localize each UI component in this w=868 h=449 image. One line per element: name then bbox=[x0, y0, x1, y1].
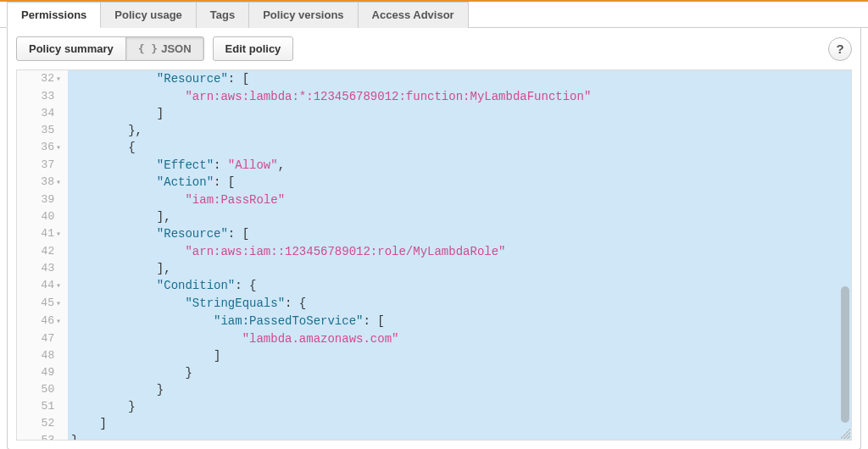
code-line: 45▾ "StringEquals": { bbox=[17, 295, 851, 313]
code-content[interactable]: } bbox=[68, 381, 851, 398]
code-content[interactable]: "arn:aws:lambda:*:123456789012:function:… bbox=[68, 88, 851, 105]
line-number: 32▾ bbox=[17, 70, 68, 88]
code-line: 41▾ "Resource": [ bbox=[17, 225, 851, 243]
line-number: 51 bbox=[17, 398, 68, 415]
code-content[interactable]: }, bbox=[68, 122, 851, 139]
question-icon: ? bbox=[836, 42, 843, 56]
code-content[interactable]: ] bbox=[68, 347, 851, 364]
json-view-label: JSON bbox=[161, 42, 191, 55]
code-line: 46▾ "iam:PassedToService": [ bbox=[17, 313, 851, 330]
line-number: 49 bbox=[17, 364, 68, 381]
code-content[interactable]: "Action": [ bbox=[68, 174, 851, 191]
code-line: 51 } bbox=[17, 398, 851, 415]
code-line: 37 "Effect": "Allow", bbox=[17, 157, 851, 174]
code-content[interactable]: ] bbox=[68, 415, 851, 432]
line-number: 37 bbox=[17, 157, 68, 174]
line-number: 33 bbox=[17, 88, 68, 105]
code-content[interactable]: "Effect": "Allow", bbox=[68, 157, 851, 174]
code-line: 53 } bbox=[17, 432, 851, 441]
json-editor[interactable]: 32▾ "Resource": [33 "arn:aws:lambda:*:12… bbox=[16, 69, 852, 441]
code-line: 48 ] bbox=[17, 347, 851, 364]
code-content[interactable]: "Condition": { bbox=[68, 277, 851, 295]
toolbar: Policy summary { }JSON Edit policy ? bbox=[16, 36, 852, 61]
line-number: 50 bbox=[17, 381, 68, 398]
scrollbar[interactable] bbox=[841, 72, 849, 430]
tab-permissions[interactable]: Permissions bbox=[7, 2, 101, 28]
code-line: 43 ], bbox=[17, 260, 851, 277]
line-number: 39 bbox=[17, 191, 68, 208]
tab-tags[interactable]: Tags bbox=[196, 2, 249, 28]
line-number: 35 bbox=[17, 122, 68, 139]
tab-access-advisor[interactable]: Access Advisor bbox=[358, 2, 469, 28]
line-number: 47 bbox=[17, 330, 68, 347]
line-number: 36▾ bbox=[17, 139, 68, 157]
policy-summary-button[interactable]: Policy summary bbox=[16, 36, 126, 61]
code-line: 44▾ "Condition": { bbox=[17, 277, 851, 295]
code-line: 49 } bbox=[17, 364, 851, 381]
code-line: 50 } bbox=[17, 381, 851, 398]
line-number: 45▾ bbox=[17, 295, 68, 313]
line-number: 34 bbox=[17, 105, 68, 122]
line-number: 48 bbox=[17, 347, 68, 364]
code-line: 52 ] bbox=[17, 415, 851, 432]
line-number: 52 bbox=[17, 415, 68, 432]
tab-bar: PermissionsPolicy usageTagsPolicy versio… bbox=[0, 0, 868, 28]
line-number: 38▾ bbox=[17, 174, 68, 191]
permissions-panel: Policy summary { }JSON Edit policy ? 32▾… bbox=[7, 28, 861, 449]
code-line: 33 "arn:aws:lambda:*:123456789012:functi… bbox=[17, 88, 851, 105]
line-number: 46▾ bbox=[17, 313, 68, 330]
scrollbar-thumb[interactable] bbox=[841, 286, 849, 422]
resize-grip[interactable] bbox=[840, 429, 850, 439]
code-content[interactable]: ] bbox=[68, 105, 851, 122]
code-content[interactable]: "lambda.amazonaws.com" bbox=[68, 330, 851, 347]
line-number: 40 bbox=[17, 208, 68, 225]
code-content[interactable]: "iam:PassedToService": [ bbox=[68, 313, 851, 330]
tab-policy-versions[interactable]: Policy versions bbox=[248, 2, 358, 28]
tab-policy-usage[interactable]: Policy usage bbox=[100, 2, 196, 28]
edit-policy-button[interactable]: Edit policy bbox=[213, 36, 294, 61]
code-content[interactable]: "arn:aws:iam::123456789012:role/MyLambda… bbox=[68, 243, 851, 260]
line-number: 53 bbox=[17, 432, 68, 441]
line-number: 41▾ bbox=[17, 225, 68, 243]
line-number: 44▾ bbox=[17, 277, 68, 295]
code-line: 35 }, bbox=[17, 122, 851, 139]
code-content[interactable]: "Resource": [ bbox=[68, 225, 851, 243]
code-line: 39 "iam:PassRole" bbox=[17, 191, 851, 208]
line-number: 42 bbox=[17, 243, 68, 260]
code-content[interactable]: "iam:PassRole" bbox=[68, 191, 851, 208]
code-line: 36▾ { bbox=[17, 139, 851, 157]
braces-icon: { } bbox=[138, 42, 158, 55]
help-button[interactable]: ? bbox=[828, 37, 852, 61]
code-content[interactable]: } bbox=[68, 398, 851, 415]
code-content[interactable]: { bbox=[68, 139, 851, 157]
code-line: 32▾ "Resource": [ bbox=[17, 70, 851, 88]
code-line: 40 ], bbox=[17, 208, 851, 225]
json-view-button[interactable]: { }JSON bbox=[125, 36, 204, 61]
code-content[interactable]: ], bbox=[68, 260, 851, 277]
code-content[interactable]: "Resource": [ bbox=[68, 70, 851, 88]
code-line: 47 "lambda.amazonaws.com" bbox=[17, 330, 851, 347]
code-line: 42 "arn:aws:iam::123456789012:role/MyLam… bbox=[17, 243, 851, 260]
code-content[interactable]: "StringEquals": { bbox=[68, 295, 851, 313]
code-line: 34 ] bbox=[17, 105, 851, 122]
code-content[interactable]: ], bbox=[68, 208, 851, 225]
code-line: 38▾ "Action": [ bbox=[17, 174, 851, 191]
view-toggle-group: Policy summary { }JSON bbox=[16, 36, 204, 61]
code-content[interactable]: } bbox=[68, 432, 851, 441]
line-number: 43 bbox=[17, 260, 68, 277]
code-content[interactable]: } bbox=[68, 364, 851, 381]
